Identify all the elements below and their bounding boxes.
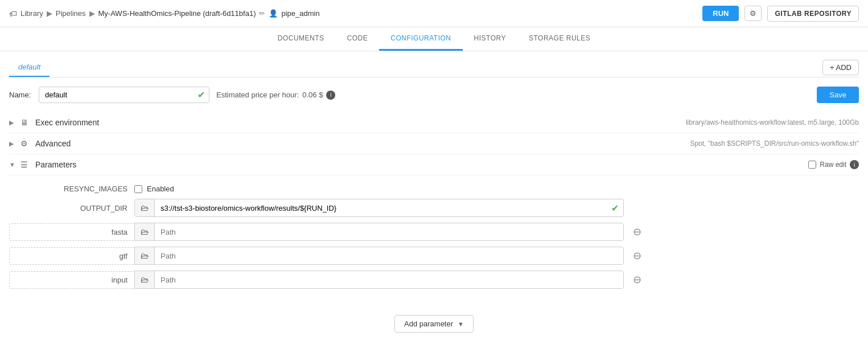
input-remove-btn[interactable]: ⊖ [628,273,646,286]
tag-icon: 🏷 [9,9,17,18]
add-config-button[interactable]: + ADD [822,60,859,75]
output-dir-folder-btn[interactable]: 🗁 [135,199,155,216]
add-param-chevron-icon: ▼ [458,321,464,328]
advanced-title: Advanced [35,139,71,148]
input-field-wrap: 🗁 [134,271,624,289]
run-button[interactable]: RUN [702,6,739,21]
exec-env-icon: 🖥 [20,118,32,127]
resync-label: Enabled [147,185,174,193]
advanced-toggle: ▶ [9,140,20,148]
topbar: 🏷 Library ▶ Pipelines ▶ My-AWS-HealthOmi… [0,0,868,27]
tab-configuration[interactable]: CONFIGURATION [379,27,462,51]
topbar-left: 🏷 Library ▶ Pipelines ▶ My-AWS-HealthOmi… [9,9,702,18]
add-param-button[interactable]: Add parameter ▼ [394,315,474,333]
output-dir-check-icon: ✔ [607,203,623,214]
tab-history[interactable]: HISTORY [463,27,517,51]
nav-tabs: DOCUMENTS CODE CONFIGURATION HISTORY STO… [0,27,868,51]
param-label-fasta: fasta [9,223,134,241]
advanced-section[interactable]: ▶ ⚙ Advanced Spot, "bash $SCRIPTS_DIR/sr… [9,133,859,154]
tab-storage-rules[interactable]: STORAGE RULES [517,27,602,51]
name-check-icon: ✔ [198,89,205,100]
raw-edit-label: Raw edit [820,161,846,169]
config-tab-default[interactable]: default [9,58,50,77]
param-row-gtf: gtf 🗁 ⊖ [9,247,859,265]
price-info: Estimated price per hour: 0.06 $ i [216,91,335,100]
raw-edit-wrap: Raw edit i [808,160,859,169]
exec-env-title: Exec environment [35,118,99,127]
fasta-folder-btn[interactable]: 🗁 [135,223,155,240]
param-label-input: input [9,271,134,289]
user-name: pipe_admin [281,9,319,18]
exec-env-meta: library/aws-healthomics-workflow:latest,… [686,118,859,126]
param-row-output-dir: OUTPUT_DIR 🗁 ✔ [9,199,859,217]
sep2: ▶ [89,9,95,18]
fasta-remove-btn[interactable]: ⊖ [628,226,646,238]
name-row: Name: ✔ Estimated price per hour: 0.06 $… [9,87,859,103]
fasta-field-wrap: 🗁 [134,223,624,241]
pipeline-name: My-AWS-HealthOmics-Pipeline (draft-6d11b… [98,9,256,18]
param-label-resync: RESYNC_IMAGES [9,185,134,193]
tab-documents[interactable]: DOCUMENTS [266,27,336,51]
sep1: ▶ [47,9,52,18]
resync-checkbox[interactable] [134,185,142,193]
advanced-meta: Spot, "bash $SCRIPTS_DIR/src/run-omics-w… [690,140,859,148]
user-icon: 👤 [269,9,278,18]
input-path-input[interactable] [155,272,623,288]
add-param-label: Add parameter [404,320,453,328]
tab-code[interactable]: CODE [336,27,380,51]
content: default + ADD Name: ✔ Estimated price pe… [0,51,868,351]
param-section: RESYNC_IMAGES Enabled OUTPUT_DIR 🗁 ✔ fas… [9,175,859,304]
raw-edit-info-icon[interactable]: i [850,160,859,169]
name-input[interactable] [39,87,209,103]
price-info-icon[interactable]: i [326,91,335,100]
topbar-right: RUN ⚙ GITLAB REPOSITORY [702,6,859,22]
param-row-input: input 🗁 ⊖ [9,271,859,289]
gtf-remove-btn[interactable]: ⊖ [628,249,646,262]
advanced-icon: ⚙ [20,139,32,148]
output-dir-input[interactable] [155,200,607,216]
name-label: Name: [9,91,32,99]
param-row-resync: RESYNC_IMAGES Enabled [9,185,859,193]
add-param-row: Add parameter ▼ [9,304,859,344]
library-breadcrumb[interactable]: Library [20,9,43,18]
config-tabs: default + ADD [9,58,859,77]
raw-edit-checkbox[interactable] [808,161,816,169]
gitlab-button[interactable]: GITLAB REPOSITORY [767,6,859,22]
edit-icon[interactable]: ✏ [259,9,265,18]
settings-button[interactable]: ⚙ [744,6,762,21]
param-check-resync: Enabled [134,185,174,193]
parameters-icon: ☰ [20,160,32,169]
price-value: 0.06 $ [302,91,323,99]
gtf-field-wrap: 🗁 [134,247,624,265]
price-label: Estimated price per hour: [216,91,299,99]
fasta-input[interactable] [155,224,623,240]
parameters-toggle: ▼ [9,161,20,168]
input-folder-btn[interactable]: 🗁 [135,271,155,288]
parameters-header[interactable]: ▼ ☰ Parameters Raw edit i [9,154,859,175]
exec-env-section[interactable]: ▶ 🖥 Exec environment library/aws-healtho… [9,112,859,133]
param-row-fasta: fasta 🗁 ⊖ [9,223,859,241]
save-button[interactable]: Save [817,87,859,103]
name-input-wrap: ✔ [39,87,209,103]
parameters-title: Parameters [35,160,76,169]
gtf-folder-btn[interactable]: 🗁 [135,247,155,264]
param-label-output-dir: OUTPUT_DIR [9,204,134,212]
output-dir-field-wrap: 🗁 ✔ [134,199,624,217]
exec-env-toggle: ▶ [9,119,20,126]
param-label-gtf: gtf [9,247,134,265]
pipelines-breadcrumb[interactable]: Pipelines [56,9,86,18]
gtf-input[interactable] [155,248,623,264]
